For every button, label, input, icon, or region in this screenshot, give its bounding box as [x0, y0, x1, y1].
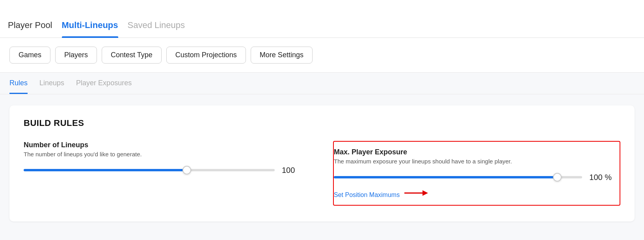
- top-nav: Player Pool Multi-Lineups Saved Lineups: [0, 0, 644, 38]
- exposure-slider-thumb[interactable]: [553, 173, 562, 182]
- exposure-desc: The maximum exposure your lineups should…: [334, 158, 612, 165]
- filter-players-button[interactable]: Players: [55, 47, 97, 64]
- exposure-slider-value: 100 %: [589, 173, 612, 182]
- red-arrow-icon: [404, 189, 428, 197]
- filter-games-button[interactable]: Games: [9, 47, 50, 64]
- lineups-slider-row: 100: [24, 165, 302, 175]
- number-of-lineups-section: Number of Lineups The number of lineups …: [24, 141, 302, 175]
- sub-tab-rules[interactable]: Rules: [9, 79, 28, 94]
- exposure-slider-row: 100 %: [334, 172, 612, 182]
- exposure-label: Max. Player Exposure: [334, 148, 612, 156]
- lineups-label: Number of Lineups: [24, 141, 302, 149]
- rules-row: Number of Lineups The number of lineups …: [24, 141, 620, 206]
- lineups-slider-fill: [24, 169, 187, 171]
- sub-tab-lineups[interactable]: Lineups: [39, 79, 64, 94]
- exposure-slider-track: [334, 176, 582, 178]
- filter-custom-projections-button[interactable]: Custom Projections: [166, 47, 246, 64]
- lineups-desc: The number of lineups you'd like to gene…: [24, 151, 302, 158]
- filter-more-settings-button[interactable]: More Settings: [251, 47, 313, 64]
- build-rules-title: BUILD RULES: [24, 118, 620, 128]
- lineups-slider-wrapper[interactable]: [24, 165, 275, 175]
- nav-player-pool[interactable]: Player Pool: [8, 20, 62, 38]
- sub-tabs: Rules Lineups Player Exposures: [0, 73, 644, 94]
- nav-saved-lineups[interactable]: Saved Lineups: [128, 20, 195, 38]
- exposure-slider-fill: [334, 176, 557, 178]
- set-position-maximums-link[interactable]: Set Position Maximums: [334, 191, 400, 199]
- sub-tab-player-exposures[interactable]: Player Exposures: [76, 79, 132, 94]
- filter-bar: Games Players Contest Type Custom Projec…: [0, 38, 644, 73]
- svg-marker-1: [423, 190, 428, 196]
- lineups-slider-track: [24, 169, 275, 171]
- build-rules-card: BUILD RULES Number of Lineups The number…: [9, 105, 635, 221]
- lineups-slider-value: 100: [282, 166, 302, 175]
- nav-multi-lineups[interactable]: Multi-Lineups: [62, 20, 128, 38]
- exposure-slider-wrapper[interactable]: [334, 172, 582, 182]
- max-player-exposure-section: Max. Player Exposure The maximum exposur…: [333, 141, 620, 206]
- main-content: BUILD RULES Number of Lineups The number…: [0, 94, 644, 240]
- lineups-slider-thumb[interactable]: [182, 166, 191, 174]
- filter-contest-type-button[interactable]: Contest Type: [102, 47, 162, 64]
